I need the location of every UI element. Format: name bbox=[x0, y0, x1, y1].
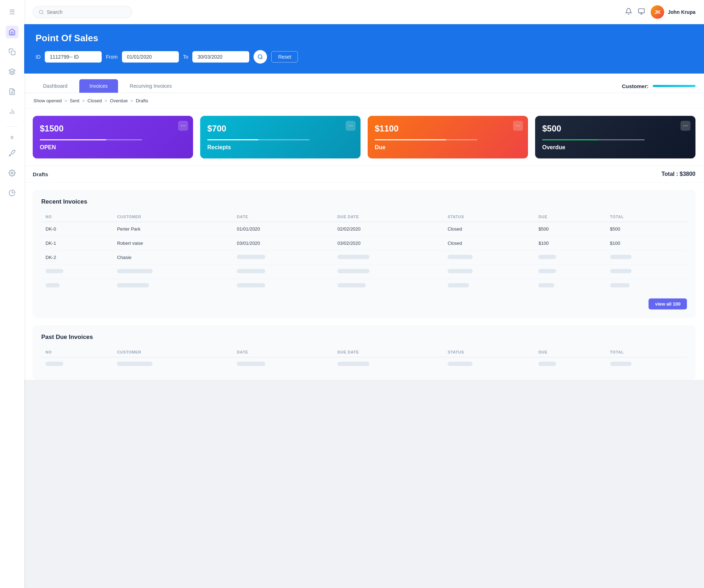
tab-invoices[interactable]: Invoices bbox=[79, 79, 118, 93]
tabs-row: Dashboard Invoices Recurving Invoices Cu… bbox=[24, 74, 704, 93]
file-icon[interactable] bbox=[6, 85, 18, 98]
cell-due: $500 bbox=[534, 222, 606, 236]
arrow3: > bbox=[105, 98, 108, 103]
drafts-row: Drafts Total : $3800 bbox=[24, 166, 704, 183]
search-box[interactable] bbox=[33, 6, 132, 18]
avatar: JK bbox=[651, 5, 664, 19]
cell-total bbox=[606, 250, 687, 265]
card-receipts: ··· $700 Reciepts bbox=[200, 116, 361, 158]
cell-due-date: 03/02/2020 bbox=[333, 236, 443, 250]
col-due: DUE bbox=[534, 212, 606, 222]
menu-icon[interactable]: ☰ bbox=[6, 6, 18, 18]
view-all-button[interactable]: view all 100 bbox=[649, 298, 687, 309]
cell-no: DK-2 bbox=[41, 250, 113, 265]
filter-breadcrumb: Show opened > Sent > Closed > Overdue > … bbox=[24, 93, 704, 109]
col-customer: CUSTOMER bbox=[113, 212, 233, 222]
copy-icon[interactable] bbox=[6, 45, 18, 58]
svg-line-14 bbox=[262, 58, 263, 59]
show-opened[interactable]: Show opened bbox=[33, 98, 62, 103]
card-due-bar bbox=[375, 139, 477, 140]
card-open-amount: $1500 bbox=[40, 124, 186, 134]
content-area: Point Of Sales ID From To Reset Dashboar… bbox=[24, 24, 704, 588]
cell-due-date: 02/02/2020 bbox=[333, 222, 443, 236]
closed-link[interactable]: Closed bbox=[87, 98, 102, 103]
card-due: ··· $1100 Due bbox=[368, 116, 528, 158]
monitor-icon[interactable] bbox=[638, 8, 645, 17]
col-date: DATE bbox=[233, 212, 333, 222]
tab-dashboard[interactable]: Dashboard bbox=[33, 79, 78, 93]
drafts-link[interactable]: Drafts bbox=[136, 98, 148, 103]
svg-point-8 bbox=[39, 10, 43, 14]
cell-total: $500 bbox=[606, 222, 687, 236]
card-overdue-label: Overdue bbox=[542, 144, 688, 151]
table-row-skeleton bbox=[41, 279, 687, 293]
cell-total: $100 bbox=[606, 236, 687, 250]
page-header: Point Of Sales ID From To Reset bbox=[24, 24, 704, 74]
past-due-invoices-title: Past Due Invoices bbox=[41, 334, 687, 341]
card-open-menu[interactable]: ··· bbox=[178, 121, 188, 131]
cell-due bbox=[534, 250, 606, 265]
card-due-label: Due bbox=[375, 144, 521, 151]
settings-icon[interactable] bbox=[6, 167, 18, 179]
page-title: Point Of Sales bbox=[36, 33, 693, 44]
rocket-icon[interactable] bbox=[6, 147, 18, 160]
cell-status: Closed bbox=[443, 222, 534, 236]
card-overdue-menu[interactable]: ··· bbox=[681, 121, 690, 131]
cell-no: DK-0 bbox=[41, 222, 113, 236]
bell-icon[interactable] bbox=[625, 8, 632, 17]
col-total: TOTAL bbox=[606, 347, 687, 357]
customer-row: Customer: bbox=[622, 83, 695, 89]
cell-customer: Perter Park bbox=[113, 222, 233, 236]
pie-chart-icon[interactable] bbox=[6, 187, 18, 199]
card-due-menu[interactable]: ··· bbox=[513, 121, 523, 131]
svg-point-7 bbox=[11, 172, 13, 174]
layers-icon[interactable] bbox=[6, 65, 18, 78]
topbar: JK John Krupa bbox=[24, 0, 704, 24]
table-row[interactable]: DK-0 Perter Park 01/01/2020 02/02/2020 C… bbox=[41, 222, 687, 236]
user-name: John Krupa bbox=[668, 9, 695, 15]
user-info[interactable]: JK John Krupa bbox=[651, 5, 695, 19]
col-date: DATE bbox=[233, 347, 333, 357]
col-status: STATUS bbox=[443, 347, 534, 357]
overdue-link[interactable]: Overdue bbox=[110, 98, 128, 103]
drafts-total: Total : $3800 bbox=[661, 171, 695, 177]
col-due-date: DUE DATE bbox=[333, 347, 443, 357]
card-receipts-label: Reciepts bbox=[207, 144, 353, 151]
arrow4: > bbox=[130, 98, 134, 103]
card-overdue-bar bbox=[542, 139, 645, 140]
search-input[interactable] bbox=[47, 9, 126, 15]
tab-recurring[interactable]: Recurving Invoices bbox=[119, 79, 182, 93]
sent-link[interactable]: Sent bbox=[70, 98, 79, 103]
svg-point-13 bbox=[258, 55, 262, 59]
card-overdue-amount: $500 bbox=[542, 124, 688, 134]
sidebar-letter-d: D bbox=[11, 135, 14, 140]
customer-label: Customer: bbox=[622, 83, 649, 89]
id-label: ID bbox=[36, 54, 41, 60]
search-button[interactable] bbox=[254, 50, 267, 64]
sidebar-divider bbox=[7, 126, 17, 127]
card-receipts-menu[interactable]: ··· bbox=[346, 121, 356, 131]
svg-marker-1 bbox=[9, 69, 15, 72]
customer-bar bbox=[653, 85, 695, 87]
home-icon[interactable] bbox=[6, 26, 18, 38]
recent-invoices-title: Recent Invoices bbox=[41, 198, 687, 205]
table-row[interactable]: DK-2 Chasie bbox=[41, 250, 687, 265]
col-no: NO bbox=[41, 212, 113, 222]
from-date-input[interactable] bbox=[122, 51, 179, 63]
col-total: TOTAL bbox=[606, 212, 687, 222]
reset-button[interactable]: Reset bbox=[271, 51, 298, 63]
search-icon bbox=[39, 9, 44, 15]
table-row[interactable]: DK-1 Robert vaise 03/01/2020 03/02/2020 … bbox=[41, 236, 687, 250]
card-overdue: ··· $500 Overdue bbox=[535, 116, 695, 158]
drafts-label: Drafts bbox=[33, 171, 48, 177]
id-input[interactable] bbox=[45, 51, 102, 63]
main-area: JK John Krupa Point Of Sales ID From To … bbox=[24, 0, 704, 588]
cell-status bbox=[443, 250, 534, 265]
table-row-skeleton bbox=[41, 357, 687, 372]
svg-rect-10 bbox=[639, 9, 645, 13]
col-no: NO bbox=[41, 347, 113, 357]
chart-bar-icon[interactable] bbox=[6, 105, 18, 118]
cell-customer: Chasie bbox=[113, 250, 233, 265]
to-date-input[interactable] bbox=[192, 51, 249, 63]
cell-due-date bbox=[333, 250, 443, 265]
